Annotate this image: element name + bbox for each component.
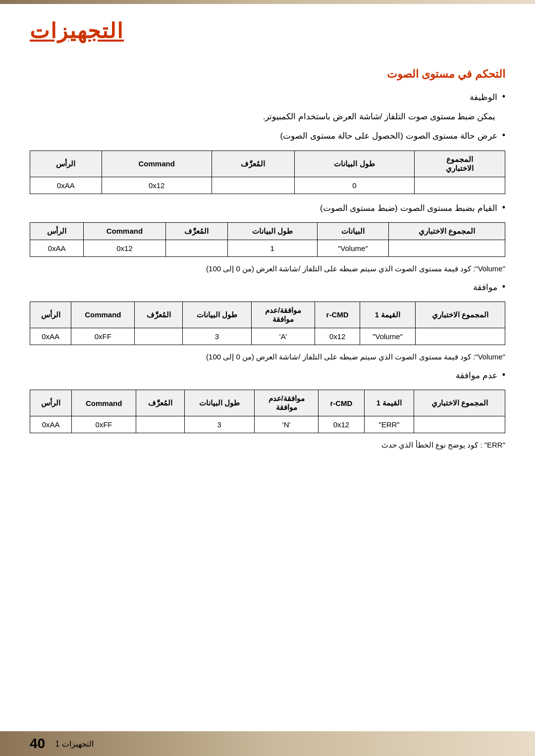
table4: الرأس Command المُعرَّف طول البيانات موا… <box>30 390 505 433</box>
nack-label: عدم موافقة <box>456 369 497 382</box>
footer: 40 التجهيزات 1 <box>0 731 535 756</box>
t3-r1-c2: 0xFF <box>71 328 135 345</box>
t1-r1-c4: 0 <box>294 177 414 194</box>
t4-r1-c4: 3 <box>184 416 254 433</box>
t2-h2: Command <box>83 222 165 240</box>
t2-h1: الرأس <box>30 222 84 240</box>
volume-note-1: "Volume": كود قيمة مستوى الصوت الذي سيتم… <box>30 264 505 273</box>
t4-h5: موافقة/عدمموافقة <box>254 390 318 416</box>
t3-r1-c6: 0x12 <box>315 328 360 345</box>
t3-h1: الرأس <box>30 302 71 328</box>
t3-r1-c8 <box>415 328 505 345</box>
t2-h5: البيانات <box>317 222 389 240</box>
t3-r1-c4: 3 <box>182 328 252 345</box>
bullet-dot-1: • <box>502 92 505 102</box>
bullet-dot-3: • <box>502 202 505 213</box>
t3-h4: طول البيانات <box>182 302 252 328</box>
volume-note-2: "Volume": كود قيمة مستوى الصوت الذي سيتم… <box>30 353 505 361</box>
t4-h6: r-CMD <box>319 390 364 416</box>
t3-r1-c3 <box>135 328 182 345</box>
table1: الرأس Command المُعرَّف طول البيانات الم… <box>30 151 505 194</box>
top-bar <box>0 0 535 4</box>
t1-h4: طول البيانات <box>294 151 414 177</box>
get-status-label: عرض حالة مستوى الصوت (الحصول على حالة مس… <box>280 129 497 143</box>
set-volume-label: القيام بضبط مستوى الصوت (ضبط مستوى الصوت… <box>320 202 497 215</box>
bullet-dot-4: • <box>502 282 505 292</box>
t4-r1-c7: "ERR" <box>364 416 414 433</box>
t2-r1-c5: "Volume" <box>317 240 389 256</box>
t3-h8: المجموع الاختباري <box>415 302 505 328</box>
t2-r1-c3 <box>165 240 227 256</box>
t1-h5: المجموعالاختباري <box>414 151 505 177</box>
bullet-dot-5: • <box>502 370 505 380</box>
bullet-ack: • موافقة <box>30 281 505 294</box>
t2-r1-c6 <box>389 240 505 256</box>
t1-r1-c1: 0xAA <box>30 177 102 194</box>
t4-h1: الرأس <box>30 390 72 416</box>
table2-container: الرأس Command المُعرَّف طول البيانات الب… <box>30 222 505 257</box>
t4-h3: المُعرَّف <box>136 390 185 416</box>
t3-r1-c5: 'A' <box>252 328 315 345</box>
table4-container: الرأس Command المُعرَّف طول البيانات موا… <box>30 390 505 433</box>
t4-h8: المجموع الاختباري <box>414 390 505 416</box>
page-number: 40 <box>30 736 45 752</box>
t1-r1-c2: 0x12 <box>102 177 212 194</box>
bullet-nack: • عدم موافقة <box>30 369 505 382</box>
t4-r1-c1: 0xAA <box>30 416 72 433</box>
bullet-get-status: • عرض حالة مستوى الصوت (الحصول على حالة … <box>30 129 505 143</box>
t1-h3: المُعرَّف <box>212 151 294 177</box>
t3-r1-c1: 0xAA <box>30 328 71 345</box>
bullet-set-volume: • القيام بضبط مستوى الصوت (ضبط مستوى الص… <box>30 202 505 215</box>
function-desc: يمكن ضبط مستوى صوت التلفاز /شاشة العرض ب… <box>45 110 505 123</box>
t4-r1-c2: 0xFF <box>72 416 136 433</box>
t4-r1-c6: 0x12 <box>319 416 364 433</box>
ack-label: موافقة <box>473 281 497 294</box>
t2-h4: طول البيانات <box>227 222 317 240</box>
main-content: التحكم في مستوى الصوت • الوظيفة يمكن ضبط… <box>0 48 535 497</box>
function-label: الوظيفة <box>470 91 497 104</box>
t3-h3: المُعرَّف <box>135 302 182 328</box>
t2-h6: المجموع الاختباري <box>389 222 505 240</box>
header: التجهيزات <box>0 4 535 48</box>
t1-r1-c5 <box>414 177 505 194</box>
table1-container: الرأس Command المُعرَّف طول البيانات الم… <box>30 151 505 194</box>
table2: الرأس Command المُعرَّف طول البيانات الب… <box>30 222 505 257</box>
t3-h7: القيمة 1 <box>360 302 416 328</box>
t2-r1-c4: 1 <box>227 240 317 256</box>
t3-h6: r-CMD <box>315 302 360 328</box>
t3-r1-c7: "Volume" <box>360 328 416 345</box>
footer-content: 40 التجهيزات 1 <box>30 736 94 752</box>
section-title: التحكم في مستوى الصوت <box>30 68 505 81</box>
t3-h5: موافقة/عدمموافقة <box>252 302 315 328</box>
t2-r1-c2: 0x12 <box>83 240 165 256</box>
err-note: "ERR" : كود يوضح نوع الخطأ الذي حدث <box>30 441 505 450</box>
t4-r1-c3 <box>136 416 185 433</box>
bullet-dot-2: • <box>502 130 505 141</box>
t4-h4: طول البيانات <box>184 390 254 416</box>
bullet-function: • الوظيفة <box>30 91 505 104</box>
t1-h2: Command <box>102 151 212 177</box>
t4-r1-c5: 'N' <box>254 416 318 433</box>
t2-r1-c1: 0xAA <box>30 240 84 256</box>
t2-h3: المُعرَّف <box>165 222 227 240</box>
footer-text: التجهيزات 1 <box>55 739 93 749</box>
table3-container: الرأس Command المُعرَّف طول البيانات موا… <box>30 302 505 345</box>
t4-h7: القيمة 1 <box>364 390 414 416</box>
t1-r1-c3 <box>212 177 294 194</box>
t1-h1: الرأس <box>30 151 102 177</box>
t4-r1-c8 <box>414 416 505 433</box>
table3: الرأس Command المُعرَّف طول البيانات موا… <box>30 302 505 345</box>
page-title: التجهيزات <box>30 19 124 43</box>
t3-h2: Command <box>71 302 135 328</box>
t4-h2: Command <box>72 390 136 416</box>
